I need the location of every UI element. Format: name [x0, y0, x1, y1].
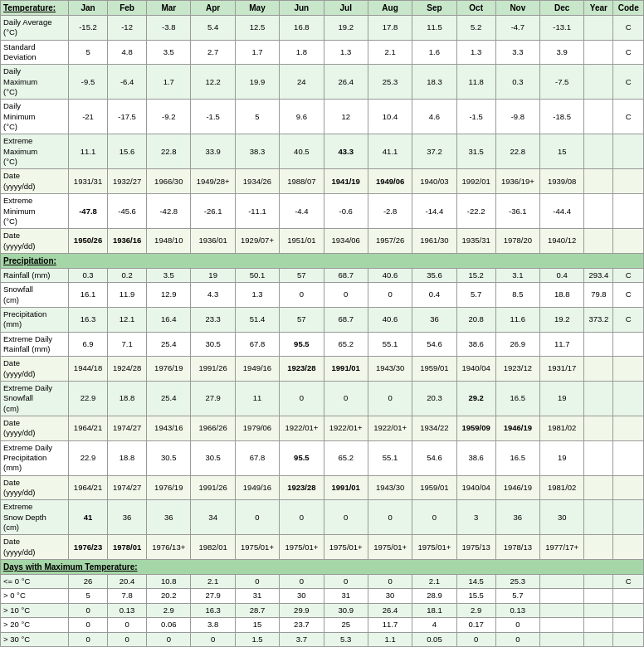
cell-value: 1964/21	[69, 475, 108, 500]
cell-value: 7.1	[108, 332, 147, 357]
cell-value: 2.9	[147, 603, 191, 617]
cell-value: 31	[235, 589, 279, 603]
cell-value	[613, 416, 644, 441]
row-label: Date (yyyy/dd)	[1, 357, 69, 382]
cell-value: 1991/01	[324, 475, 368, 500]
cell-value: 1.3	[324, 40, 368, 65]
table-row: Extreme Daily Snowfall (cm)22.918.825.42…	[1, 381, 644, 416]
cell-value: 1922/01+	[368, 416, 412, 441]
cell-value: 23.7	[280, 618, 324, 632]
cell-value: 1974/27	[108, 475, 147, 500]
cell-value: 1949/16	[235, 475, 279, 500]
table-row: Daily Average (°C)-15.2-12-3.85.412.516.…	[1, 16, 644, 41]
cell-value: 30.5	[191, 332, 235, 357]
cell-value: 0.4	[412, 283, 456, 308]
cell-value	[584, 40, 613, 65]
cell-value: 15.6	[108, 134, 147, 169]
cell-value: 1922/01+	[280, 416, 324, 441]
cell-value: 1951/01	[280, 229, 324, 254]
cell-value: 10.8	[147, 575, 191, 589]
cell-value	[584, 575, 613, 589]
cell-value: 1976/19	[147, 475, 191, 500]
cell-value: 5	[69, 589, 108, 603]
cell-value	[584, 500, 613, 535]
cell-value: 5.7	[495, 589, 539, 603]
row-label: > 20 °C	[1, 618, 69, 632]
cell-value: 22.9	[69, 440, 108, 475]
cell-value	[584, 16, 613, 41]
cell-value: 19.9	[235, 65, 279, 100]
header-jul: Jul	[324, 1, 368, 16]
cell-value: 67.8	[235, 440, 279, 475]
cell-value: 1.7	[147, 65, 191, 100]
cell-value: 1959/09	[456, 416, 495, 441]
cell-value: 38.6	[456, 332, 495, 357]
cell-value: 3.3	[495, 40, 539, 65]
row-label: Date (yyyy/dd)	[1, 535, 69, 560]
cell-value: 41.1	[368, 134, 412, 169]
cell-value: 1966/26	[191, 416, 235, 441]
cell-value: 1976/13+	[147, 535, 191, 560]
cell-value: 1991/01	[324, 357, 368, 382]
cell-value: 0	[324, 381, 368, 416]
table-row: > 0 °C57.820.227.93130313028.915.55.7	[1, 589, 644, 603]
cell-value: 5.2	[456, 16, 495, 41]
cell-value: 1975/13	[456, 535, 495, 560]
cell-value	[584, 65, 613, 100]
cell-value: C	[613, 268, 644, 282]
cell-value: 1977/17+	[540, 535, 584, 560]
cell-value: 1943/30	[368, 475, 412, 500]
section-header-label: Precipitation:	[1, 253, 644, 268]
row-label: Daily Minimum (°C)	[1, 100, 69, 134]
cell-value: 38.6	[456, 440, 495, 475]
cell-value: 1975/01+	[412, 535, 456, 560]
cell-value: 1946/19	[495, 416, 539, 441]
cell-value	[540, 589, 584, 603]
cell-value: C	[613, 307, 644, 332]
cell-value: 55.1	[368, 440, 412, 475]
cell-value: 1948/10	[147, 229, 191, 254]
header-oct: Oct	[456, 1, 495, 16]
cell-value: 1981/02	[540, 416, 584, 441]
cell-value	[584, 194, 613, 229]
cell-value: 30	[540, 500, 584, 535]
table-row: Snowfall (cm)16.111.912.94.31.30000.45.7…	[1, 283, 644, 308]
cell-value: 1949/16	[235, 357, 279, 382]
cell-value: 1991/26	[191, 475, 235, 500]
cell-value: C	[613, 100, 644, 134]
cell-value: 43.3	[324, 134, 368, 169]
cell-value: 1936/19+	[495, 169, 539, 194]
cell-value: 1940/03	[412, 169, 456, 194]
cell-value	[613, 440, 644, 475]
cell-value: 79.8	[584, 283, 613, 308]
cell-value: 293.4	[584, 268, 613, 282]
cell-value: 26	[69, 575, 108, 589]
cell-value	[584, 100, 613, 134]
cell-value: 20.2	[147, 589, 191, 603]
cell-value: 1.1	[368, 632, 412, 646]
cell-value: 1923/28	[280, 475, 324, 500]
cell-value	[613, 618, 644, 632]
cell-value: 40.6	[368, 268, 412, 282]
cell-value: 0	[456, 632, 495, 646]
row-label: Extreme Snow Depth (cm)	[1, 500, 69, 535]
cell-value: 0.4	[540, 268, 584, 282]
cell-value: 54.6	[412, 440, 456, 475]
cell-value: 30.5	[147, 440, 191, 475]
cell-value: 11.7	[368, 618, 412, 632]
cell-value: 7.8	[108, 589, 147, 603]
cell-value: 0.3	[495, 65, 539, 100]
cell-value: 1924/28	[108, 357, 147, 382]
cell-value: 2.1	[412, 575, 456, 589]
cell-value: 31.5	[456, 134, 495, 169]
cell-value: 4	[412, 618, 456, 632]
cell-value: 1964/21	[69, 416, 108, 441]
row-label: Date (yyyy/dd)	[1, 169, 69, 194]
cell-value: 1978/01	[108, 535, 147, 560]
header-sep: Sep	[412, 1, 456, 16]
cell-value: -13.1	[540, 16, 584, 41]
cell-value: 1974/27	[108, 416, 147, 441]
cell-value: 28.7	[235, 603, 279, 617]
cell-value: 1979/06	[235, 416, 279, 441]
header-code: Code	[613, 1, 644, 16]
